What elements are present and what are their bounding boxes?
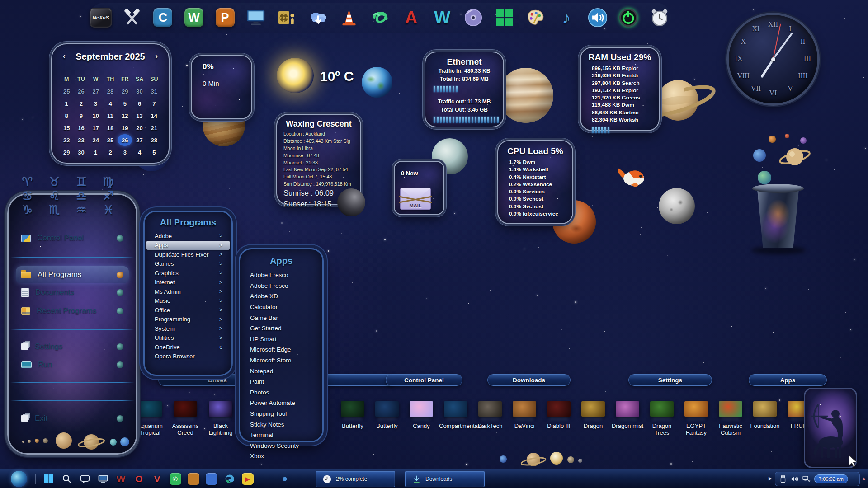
calendar-day[interactable]: 16 — [74, 122, 88, 134]
apps-menu-item-microsoft-store[interactable]: Microsoft Store — [240, 355, 322, 366]
calendar-day[interactable]: 3 — [89, 98, 103, 109]
calendar-day[interactable]: 11 — [103, 110, 118, 122]
all-programs-item-system[interactable]: System> — [145, 324, 231, 333]
wallpaper-thumbnail-dragon-trees[interactable]: Dragon Trees — [645, 401, 679, 436]
apps-menu-item-adobe-fresco[interactable]: Adobe Fresco — [240, 270, 322, 281]
apps-menu-item-calculator[interactable]: Calculator — [240, 302, 322, 313]
calendar-day[interactable]: 4 — [132, 146, 146, 158]
mail-widget[interactable]: 0 New MAIL — [394, 161, 444, 215]
start-menu-item-settings[interactable]: Settings — [16, 338, 129, 355]
p-editor-dock-item[interactable]: P — [214, 6, 236, 29]
nexus-dock-item[interactable]: NeXuS — [90, 6, 112, 29]
calendar-day[interactable]: 19 — [118, 122, 132, 134]
chat-taskbar-item[interactable] — [78, 472, 92, 486]
calendar-day[interactable]: 26 — [74, 85, 88, 97]
cubase-dock-item[interactable]: C — [151, 6, 174, 29]
cpu-widget[interactable]: CPU Load 5% 1.7% Dwm1.4% Workshelf0.4% N… — [497, 140, 573, 224]
display-dock-item[interactable] — [245, 6, 267, 29]
windows-dock-item[interactable] — [493, 6, 516, 29]
wallpaper-thumbnail-darktech[interactable]: DarkTech — [473, 401, 507, 436]
apps-menu-item-terminal[interactable]: Terminal — [240, 430, 322, 441]
downloads-task-button[interactable]: Downloads — [405, 471, 485, 487]
movie-awards-dock-item[interactable] — [276, 6, 298, 29]
calendar-day[interactable]: 17 — [89, 122, 103, 134]
orange-app-taskbar-item[interactable] — [186, 472, 200, 486]
calendar-day[interactable]: 7 — [147, 98, 161, 109]
calendar-day[interactable]: 29 — [59, 146, 74, 158]
acrobat-dock-item[interactable]: A — [400, 6, 423, 29]
all-programs-item-games[interactable]: Games> — [145, 259, 231, 269]
tray-scroll-up[interactable]: ▲ — [862, 476, 866, 481]
more-apps-dot-taskbar-item[interactable] — [278, 472, 292, 486]
blue-app-taskbar-item[interactable] — [204, 472, 218, 486]
calendar-day[interactable]: 27 — [89, 85, 103, 97]
windows-start-taskbar-item[interactable] — [42, 472, 56, 486]
volume-dock-item[interactable] — [586, 6, 609, 29]
tray-clock[interactable]: 7:06:02 am — [814, 474, 848, 483]
wondershare-dock-item[interactable]: W — [183, 6, 205, 29]
paint-palette-dock-item[interactable] — [524, 6, 547, 29]
wallpaper-thumbnail-fauvistic-cubism[interactable]: Fauvistic Cubism — [713, 401, 748, 436]
calendar-day[interactable]: 18 — [103, 122, 118, 134]
analog-clock-widget[interactable]: XIIIIIIIIIIIIVVIVIIVIIIIXXXI — [729, 15, 817, 103]
all-programs-item-music[interactable]: Music> — [145, 296, 231, 306]
alarm-clock-dock-item[interactable] — [648, 6, 671, 29]
ethernet-widget[interactable]: Ethernet Traffic In: 480.33 KBTotal In: … — [425, 52, 504, 127]
search-taskbar-item[interactable] — [60, 472, 74, 486]
apps-menu-item-photos[interactable]: Photos — [240, 387, 322, 398]
apps-menu-item-power-automate[interactable]: Power Automate — [240, 398, 322, 408]
wallpaper-thumbnail-davinci[interactable]: DaVinci — [507, 401, 542, 436]
calendar-day[interactable]: 12 — [118, 110, 132, 122]
envelope-icon[interactable]: MAIL — [400, 188, 431, 210]
calendar-day[interactable]: 14 — [147, 110, 161, 122]
apps-menu-item-adobe-fresco[interactable]: Adobe Fresco — [240, 281, 322, 291]
wallpaper-thumbnail-compartmentaliza[interactable]: Compartmentaliza — [439, 401, 473, 436]
wallpaper-thumbnail-aquarium-tropical[interactable]: Aquarium Tropical — [132, 401, 168, 436]
calendar-day[interactable]: 6 — [132, 98, 146, 109]
calendar-day[interactable]: 2 — [103, 146, 118, 158]
power-dock-item[interactable] — [617, 6, 640, 29]
calendar-day[interactable]: 5 — [118, 98, 132, 109]
apps-menu-item-game-bar[interactable]: Game Bar — [240, 312, 322, 323]
calendar-day[interactable]: 8 — [59, 110, 74, 122]
all-programs-item-onedrive[interactable]: OneDriveo — [145, 343, 231, 352]
wallpaper-thumbnail-black-lightning[interactable]: Black Lightning — [203, 401, 238, 436]
tray-expand-arrow[interactable]: ▶ — [769, 476, 772, 481]
whatsapp-taskbar-item[interactable]: ✆ — [168, 472, 182, 486]
all-programs-item-apps[interactable]: Apps> — [146, 241, 230, 250]
start-menu-item-control-panel[interactable]: Control Panel — [16, 230, 129, 247]
start-menu-item-recent-programs[interactable]: Recent Programs — [16, 302, 129, 319]
opera-taskbar-item[interactable]: O — [132, 472, 146, 486]
dock-tab-control-panel[interactable]: Control Panel — [386, 374, 462, 386]
all-programs-item-adobe[interactable]: Adobe> — [145, 231, 231, 241]
calendar-day[interactable]: 28 — [147, 134, 161, 146]
battery-widget[interactable]: 0% 0 Min — [191, 55, 252, 119]
apps-menu-item-get-started[interactable]: Get Started — [240, 323, 322, 334]
vlc-dock-item[interactable] — [338, 6, 360, 29]
cloud-download-dock-item[interactable] — [307, 6, 330, 29]
calendar-day[interactable]: 30 — [74, 146, 88, 158]
all-programs-item-graphics[interactable]: Graphics> — [145, 268, 231, 278]
start-menu-item-all-programs[interactable]: All Programs — [16, 266, 129, 283]
all-programs-item-programming[interactable]: Programming> — [145, 315, 231, 324]
file-explorer-taskbar-item[interactable] — [96, 472, 110, 486]
edge-taskbar-item[interactable] — [222, 472, 236, 486]
wallpaper-thumbnail-assassins-creed[interactable]: Assassins Creed — [168, 401, 203, 436]
calendar-day[interactable]: 5 — [147, 146, 161, 158]
apps-menu-item-hp-smart[interactable]: HP Smart — [240, 334, 322, 345]
start-menu-item-exit[interactable]: Exit — [16, 410, 129, 427]
volume-icon[interactable] — [790, 474, 800, 484]
apps-menu-item-xbox[interactable]: Xbox — [240, 451, 322, 462]
media-app-taskbar-item[interactable]: ▶ — [241, 472, 255, 486]
wallpaper-thumbnail-butterfly[interactable]: Butterfly — [335, 401, 370, 436]
all-programs-item-opera-browser[interactable]: Opera Browser — [145, 352, 231, 361]
calendar-day[interactable]: 30 — [132, 85, 146, 97]
apps-menu-item-snipping-tool[interactable]: Snipping Tool — [240, 408, 322, 419]
calendar-day[interactable]: 28 — [103, 85, 118, 97]
network-cables-dock-item[interactable] — [369, 6, 392, 29]
w-app-taskbar-item[interactable]: W — [114, 472, 128, 486]
calendar-day[interactable]: 2 — [74, 98, 88, 109]
apps-menu-item-notepad[interactable]: Notepad — [240, 366, 322, 376]
usb-icon[interactable] — [778, 474, 788, 484]
start-orb-button[interactable] — [11, 471, 27, 487]
